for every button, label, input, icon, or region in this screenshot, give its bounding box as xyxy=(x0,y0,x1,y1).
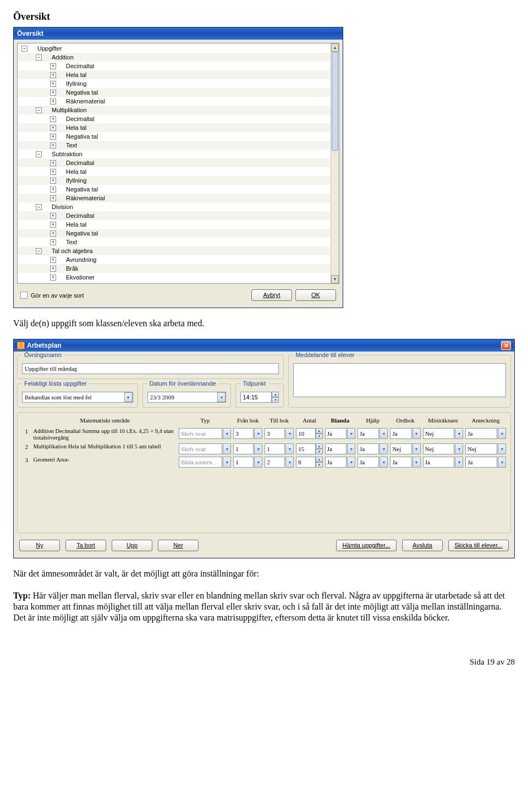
cell-combo[interactable]: Skriv svar▾ xyxy=(179,428,231,439)
tree-item[interactable]: +Räknematerial xyxy=(18,194,330,202)
tree-item[interactable]: +Bråk xyxy=(18,264,330,273)
expand-icon[interactable]: + xyxy=(50,81,56,87)
chevron-down-icon[interactable]: ▾ xyxy=(124,392,133,402)
cell-combo[interactable]: Nej▾ xyxy=(465,443,506,454)
one-of-each-checkbox[interactable] xyxy=(20,292,28,299)
chevron-down-icon[interactable]: ▾ xyxy=(254,443,262,454)
expand-icon[interactable]: + xyxy=(50,266,56,272)
chevron-down-icon[interactable]: ▾ xyxy=(223,428,231,439)
scroll-thumb[interactable] xyxy=(332,52,338,151)
chevron-down-icon[interactable]: ▾ xyxy=(347,457,355,468)
tree-item[interactable]: +Ekvationer xyxy=(18,273,330,282)
tree-view[interactable]: −Uppgifter−Addition+Decimaltal+Hela tal+… xyxy=(17,43,339,284)
cell-combo[interactable]: Nej▾ xyxy=(423,428,464,439)
close-icon[interactable]: ✕ xyxy=(501,341,511,350)
tree-item[interactable]: +Decimaltal xyxy=(18,211,330,220)
cell-combo[interactable]: Ja▾ xyxy=(465,428,506,439)
titlebar[interactable]: Översikt xyxy=(14,28,343,40)
tree-item[interactable]: −Multiplikation xyxy=(18,106,330,114)
tree-item[interactable]: +Negativa tal xyxy=(18,88,330,97)
expand-icon[interactable]: + xyxy=(50,160,56,166)
chevron-down-icon[interactable]: ▾ xyxy=(254,428,262,439)
cell-combo[interactable]: Ja▾ xyxy=(390,457,420,468)
expand-icon[interactable]: + xyxy=(50,186,56,193)
expand-icon[interactable]: + xyxy=(50,231,56,237)
titlebar[interactable]: ⋮⋮ Arbetsplan ✕ xyxy=(14,339,514,352)
tree-item[interactable]: −Division xyxy=(18,202,330,211)
delete-button[interactable]: Ta bort xyxy=(65,540,106,551)
spin-down-icon[interactable]: ▼ xyxy=(316,462,323,468)
down-button[interactable]: Ner xyxy=(158,540,199,551)
close-button[interactable]: Avsluta xyxy=(402,540,443,551)
send-button[interactable]: Skicka till elever... xyxy=(448,540,509,551)
expand-icon[interactable]: + xyxy=(50,142,56,149)
tree-item[interactable]: −Uppgifter xyxy=(18,44,330,53)
cell-combo[interactable]: 1▾ xyxy=(233,457,262,468)
chevron-down-icon[interactable]: ▾ xyxy=(413,443,421,454)
tree-item[interactable]: +Hela tal xyxy=(18,70,330,79)
chevron-down-icon[interactable]: ▾ xyxy=(498,443,506,454)
chevron-down-icon[interactable]: ▾ xyxy=(285,457,294,468)
new-button[interactable]: Ny xyxy=(19,540,60,551)
cell-spinner[interactable]: 10▲▼ xyxy=(296,428,322,439)
tree-item[interactable]: +Avrundning xyxy=(18,255,330,264)
cancel-button[interactable]: Avbryt xyxy=(251,289,292,301)
expand-icon[interactable]: + xyxy=(50,63,56,69)
collapse-icon[interactable]: − xyxy=(36,151,42,157)
chevron-down-icon[interactable]: ▾ xyxy=(380,428,388,439)
cell-combo[interactable]: Ja▾ xyxy=(465,457,506,468)
cell-combo[interactable]: Skriv svar▾ xyxy=(179,443,231,454)
spin-up-icon[interactable]: ▲ xyxy=(316,457,323,462)
expand-icon[interactable]: + xyxy=(50,239,56,245)
ovningsnamn-input[interactable] xyxy=(22,363,279,374)
chevron-down-icon[interactable]: ▾ xyxy=(254,457,262,468)
cell-combo[interactable]: Nej▾ xyxy=(390,443,420,454)
tree-item[interactable]: +Negativa tal xyxy=(18,132,330,141)
chevron-down-icon[interactable]: ▾ xyxy=(223,457,231,468)
fetch-button[interactable]: Hämta uppgifter... xyxy=(336,540,397,551)
expand-icon[interactable]: + xyxy=(50,125,56,131)
tree-item[interactable]: +Decimaltal xyxy=(18,62,330,70)
tree-item[interactable]: +Hela tal xyxy=(18,220,330,229)
chevron-down-icon[interactable]: ▾ xyxy=(455,428,463,439)
chevron-down-icon[interactable]: ▾ xyxy=(217,392,226,402)
tree-item[interactable]: +Decimaltal xyxy=(18,114,330,123)
expand-icon[interactable]: + xyxy=(50,178,56,184)
tree-item[interactable]: +Text xyxy=(18,238,330,246)
tree-item[interactable]: −Subtraktion xyxy=(18,150,330,158)
tree-item[interactable]: −Tal och algebra xyxy=(18,246,330,255)
expand-icon[interactable]: + xyxy=(50,169,56,175)
cell-combo[interactable]: 1▾ xyxy=(265,443,294,454)
spin-down-icon[interactable]: ▼ xyxy=(272,397,279,403)
cell-combo[interactable]: 1▾ xyxy=(233,443,262,454)
cell-combo[interactable]: Båda sortern.▾ xyxy=(179,457,231,468)
expand-icon[interactable]: + xyxy=(50,195,56,201)
cell-spinner[interactable]: 8▲▼ xyxy=(296,457,322,468)
felaktigt-combo[interactable]: Behandlas som löst med fel xyxy=(22,392,133,403)
cell-combo[interactable]: 3▾ xyxy=(265,428,294,439)
spin-down-icon[interactable]: ▼ xyxy=(316,434,323,439)
collapse-icon[interactable]: − xyxy=(36,204,42,210)
tree-item[interactable]: +Text xyxy=(18,141,330,150)
tree-item[interactable]: +Negativa tal xyxy=(18,229,330,238)
spin-up-icon[interactable]: ▲ xyxy=(316,443,323,449)
cell-combo[interactable]: Ja▾ xyxy=(358,428,388,439)
tree-item[interactable]: +Ifyllning xyxy=(18,176,330,185)
cell-combo[interactable]: Ja▾ xyxy=(358,443,388,454)
cell-combo[interactable]: 2▾ xyxy=(265,457,294,468)
cell-combo[interactable]: Ja▾ xyxy=(325,428,355,439)
chevron-down-icon[interactable]: ▾ xyxy=(380,443,388,454)
meddelande-textarea[interactable] xyxy=(293,363,506,397)
chevron-down-icon[interactable]: ▾ xyxy=(498,428,506,439)
expand-icon[interactable]: + xyxy=(50,257,56,263)
cell-combo[interactable]: Nej▾ xyxy=(423,443,464,454)
tree-item[interactable]: +Hela tal xyxy=(18,123,330,132)
chevron-down-icon[interactable]: ▾ xyxy=(455,457,463,468)
chevron-down-icon[interactable]: ▾ xyxy=(347,428,355,439)
collapse-icon[interactable]: − xyxy=(21,46,28,52)
spin-up-icon[interactable]: ▲ xyxy=(316,428,323,434)
tidpunkt-spinner[interactable]: 14:15 ▲▼ xyxy=(240,392,279,403)
cell-spinner[interactable]: 15▲▼ xyxy=(296,443,322,454)
expand-icon[interactable]: + xyxy=(50,213,56,219)
cell-combo[interactable]: Ja▾ xyxy=(325,457,355,468)
